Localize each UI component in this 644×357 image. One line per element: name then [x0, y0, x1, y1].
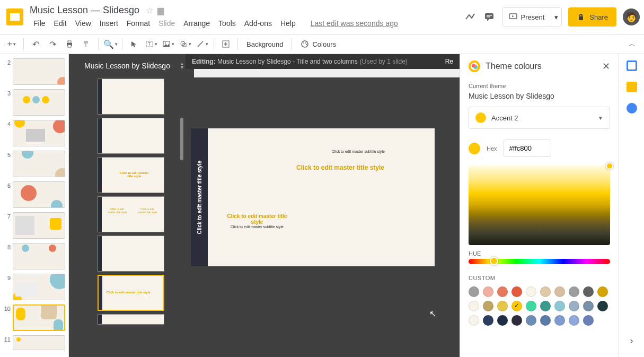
- doc-title[interactable]: Music Lesson — Slidesgo: [30, 5, 139, 16]
- menu-arrange[interactable]: Arrange: [180, 17, 214, 30]
- master-layout-6[interactable]: Click to edit master title style: [98, 275, 164, 311]
- custom-swatch[interactable]: [569, 315, 579, 326]
- subtitle-placeholder-top[interactable]: Click to edit master subtitle style: [303, 150, 413, 153]
- slide-thumb-3[interactable]: [13, 89, 65, 116]
- new-slide-button[interactable]: + ▾: [4, 37, 19, 51]
- share-button[interactable]: Share: [568, 7, 616, 27]
- activity-icon[interactable]: [464, 11, 477, 23]
- slide-thumb-10[interactable]: [13, 304, 65, 331]
- add-placeholder-button[interactable]: [218, 37, 233, 51]
- redo-button[interactable]: ↷: [45, 37, 60, 51]
- menu-help[interactable]: Help: [277, 17, 299, 30]
- custom-swatch[interactable]: [526, 315, 536, 326]
- close-panel-icon[interactable]: ✕: [602, 60, 610, 72]
- custom-swatch[interactable]: [583, 286, 594, 297]
- custom-swatch[interactable]: [526, 301, 536, 311]
- title-placeholder-bottom[interactable]: Click to edit master title style: [223, 213, 292, 225]
- custom-swatch[interactable]: [540, 301, 551, 311]
- custom-swatch[interactable]: [526, 286, 536, 297]
- menu-file[interactable]: File: [30, 17, 49, 30]
- title-placeholder-top[interactable]: Click to edit master title style: [293, 164, 388, 171]
- comments-icon[interactable]: [483, 11, 496, 23]
- keep-addon-icon[interactable]: [627, 82, 637, 92]
- line-tool[interactable]: ▾: [195, 37, 209, 51]
- custom-swatch[interactable]: [583, 315, 594, 326]
- custom-swatch[interactable]: [569, 286, 579, 297]
- zoom-button[interactable]: 🔍▾: [103, 37, 118, 51]
- last-edit-link[interactable]: Last edit was seconds ago: [307, 17, 402, 30]
- hue-handle[interactable]: [490, 257, 498, 265]
- rename-button[interactable]: Re: [445, 58, 453, 65]
- custom-swatch[interactable]: [497, 286, 508, 297]
- saturation-handle[interactable]: [606, 162, 613, 170]
- select-tool[interactable]: [127, 37, 142, 51]
- calendar-addon-icon[interactable]: [627, 60, 637, 71]
- custom-swatch[interactable]: [483, 315, 493, 326]
- custom-swatch[interactable]: [483, 301, 493, 311]
- custom-swatch[interactable]: [469, 301, 479, 311]
- tasks-addon-icon[interactable]: [627, 103, 637, 114]
- slide-canvas[interactable]: Click to edit master title style Click t…: [191, 128, 435, 266]
- hex-input[interactable]: [504, 140, 551, 157]
- menu-slide[interactable]: Slide: [155, 17, 179, 30]
- present-button[interactable]: Present: [502, 13, 551, 21]
- menu-addons[interactable]: Add-ons: [241, 17, 276, 30]
- custom-swatch[interactable]: [597, 286, 608, 297]
- slide-thumb-6[interactable]: [13, 181, 65, 208]
- custom-swatch[interactable]: [497, 301, 508, 311]
- undo-button[interactable]: ↶: [28, 37, 43, 51]
- image-tool[interactable]: ▾: [161, 37, 175, 51]
- vertical-title-placeholder[interactable]: Click to edit master title style: [197, 161, 202, 234]
- custom-swatch[interactable]: [497, 315, 508, 326]
- custom-swatch[interactable]: [469, 286, 479, 297]
- menu-tools[interactable]: Tools: [215, 17, 240, 30]
- paint-format-button[interactable]: [79, 37, 94, 51]
- app-logo[interactable]: [4, 6, 25, 28]
- colours-button[interactable]: Colours: [296, 37, 340, 51]
- print-button[interactable]: [62, 37, 77, 51]
- menu-format[interactable]: Format: [123, 17, 154, 30]
- slide-thumb-4[interactable]: [13, 120, 65, 146]
- move-folder-icon[interactable]: ▆: [157, 5, 164, 15]
- theme-color-select[interactable]: Accent 2 ▼: [469, 107, 610, 129]
- master-layout-7[interactable]: [98, 314, 164, 325]
- custom-swatch[interactable]: [511, 286, 522, 297]
- slide-filmstrip[interactable]: 2 3 4 5 6 7 8 9 10 11: [0, 54, 69, 357]
- custom-swatch[interactable]: [469, 315, 479, 326]
- slide-thumb-9[interactable]: [13, 274, 65, 300]
- collapse-toolbar-icon[interactable]: ︿: [624, 39, 640, 49]
- master-layout-filmstrip[interactable]: Music Lesson by Slidesgo ▴▾ Click to edi…: [69, 54, 186, 357]
- custom-swatch[interactable]: [597, 301, 608, 311]
- shape-tool[interactable]: ▾: [178, 37, 192, 51]
- master-layout-4[interactable]: Click to edit master title styleClick to…: [98, 196, 164, 232]
- menu-insert[interactable]: Insert: [96, 17, 122, 30]
- master-scrollbar[interactable]: [180, 118, 183, 160]
- custom-swatch[interactable]: [569, 301, 579, 311]
- custom-swatch[interactable]: [554, 286, 565, 297]
- master-layout-5[interactable]: [98, 236, 164, 272]
- custom-swatch[interactable]: [583, 301, 594, 311]
- background-button[interactable]: Background: [242, 37, 287, 51]
- master-title-toggle-icon[interactable]: ▴▾: [181, 62, 183, 69]
- present-dropdown-icon[interactable]: ▾: [551, 8, 561, 26]
- custom-swatch[interactable]: [540, 315, 551, 326]
- menu-view[interactable]: View: [72, 17, 95, 30]
- custom-swatch[interactable]: [483, 286, 493, 297]
- custom-swatch[interactable]: [554, 315, 565, 326]
- slide-thumb-5[interactable]: [13, 151, 65, 177]
- account-avatar[interactable]: 🧑: [623, 8, 640, 25]
- star-icon[interactable]: ☆: [146, 5, 153, 15]
- slide-thumb-11[interactable]: [13, 335, 65, 350]
- slide-thumb-2[interactable]: [13, 58, 65, 85]
- custom-swatch[interactable]: [540, 286, 551, 297]
- custom-swatch[interactable]: [554, 301, 565, 311]
- hue-slider[interactable]: [469, 259, 610, 264]
- slide-thumb-7[interactable]: [13, 212, 65, 239]
- textbox-tool[interactable]: T▾: [144, 37, 158, 51]
- master-layout-1[interactable]: [98, 79, 164, 115]
- slide-thumb-8[interactable]: [13, 243, 65, 269]
- master-layout-2[interactable]: [98, 118, 164, 154]
- saturation-picker[interactable]: [469, 166, 610, 245]
- collapse-rail-icon[interactable]: ›: [630, 335, 633, 346]
- custom-swatch[interactable]: [511, 301, 522, 311]
